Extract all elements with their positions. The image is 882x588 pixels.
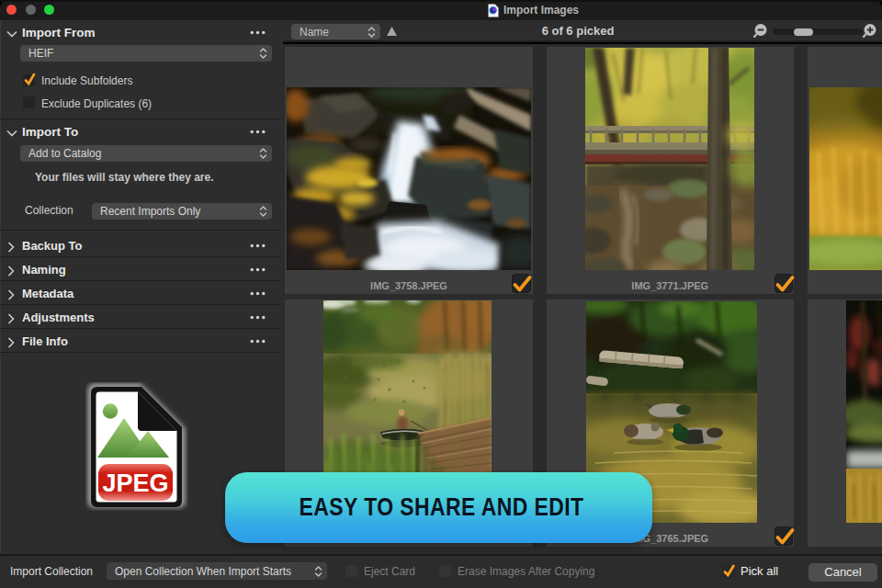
svg-text:JPEG: JPEG: [102, 469, 168, 497]
